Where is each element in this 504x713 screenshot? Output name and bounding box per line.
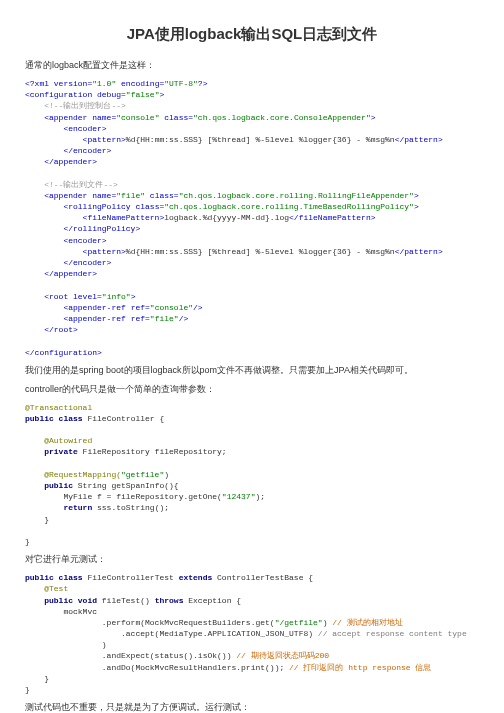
paragraph-unittest: 对它进行单元测试： [25,553,479,566]
paragraph-runtest: 测试代码也不重要，只是就是为了方便调试。运行测试： [25,701,479,713]
controller-java-code: @Transactional public class FileControll… [25,402,479,547]
page-title: JPA使用logback输出SQL日志到文件 [25,25,479,44]
paragraph-controller: controller的代码只是做一个简单的查询带参数： [25,383,479,396]
test-java-code: public class FileControllerTest extends … [25,572,479,695]
paragraph-pom: 我们使用的是spring boot的项目logback所以pom文件不再做调整。… [25,364,479,377]
logback-xml-config: <?xml version="1.0" encoding="UTF-8"?> <… [25,78,479,358]
intro-text: 通常的logback配置文件是这样： [25,59,479,72]
